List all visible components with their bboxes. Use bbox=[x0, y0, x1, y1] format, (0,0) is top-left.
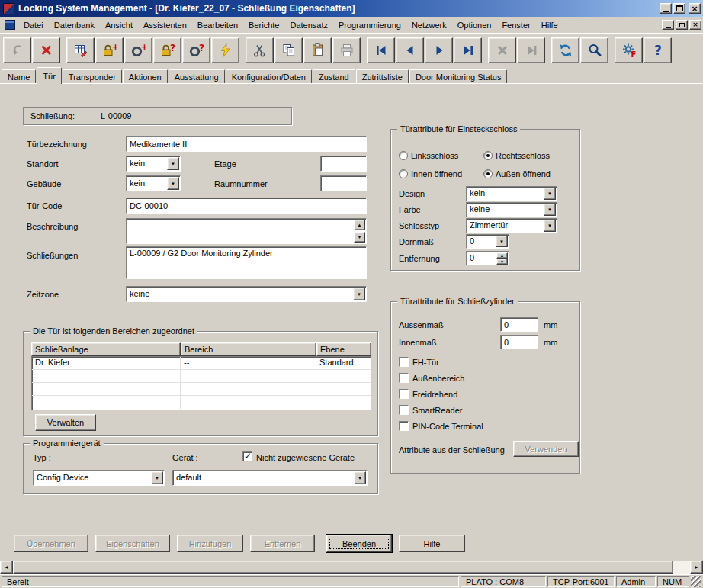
spin-up-icon[interactable]: ▲ bbox=[496, 252, 508, 259]
tab-aktionen[interactable]: Aktionen bbox=[123, 69, 168, 83]
column-header-schliessanlage[interactable]: Schließanlage bbox=[31, 342, 181, 356]
menu-optionen[interactable]: Optionen bbox=[452, 18, 497, 32]
dornmass-select[interactable]: 0 ▼ bbox=[466, 234, 509, 249]
refresh-button[interactable] bbox=[551, 37, 579, 63]
chevron-down-icon[interactable]: ▼ bbox=[167, 157, 179, 170]
help-button[interactable]: ? bbox=[644, 37, 672, 63]
close-button[interactable]: × bbox=[689, 3, 701, 14]
farbe-select[interactable]: keine ▼ bbox=[466, 202, 557, 217]
cut-button[interactable] bbox=[246, 37, 274, 63]
mdi-close-button[interactable]: × bbox=[689, 20, 701, 30]
linksschloss-radio[interactable] bbox=[399, 151, 408, 160]
menu-ansicht[interactable]: Ansicht bbox=[100, 18, 138, 32]
entfernung-spinner[interactable]: 0 ▲ ▼ bbox=[466, 251, 509, 265]
menu-datei[interactable]: Datei bbox=[18, 18, 49, 32]
freidrehend-checkbox[interactable] bbox=[399, 389, 409, 399]
menu-berichte[interactable]: Berichte bbox=[243, 18, 284, 32]
pin-code-terminal-checkbox[interactable] bbox=[399, 421, 409, 431]
standort-select[interactable]: kein ▼ bbox=[126, 156, 181, 172]
verwalten-button[interactable]: Verwalten bbox=[35, 414, 96, 431]
raumnummer-input[interactable] bbox=[320, 175, 367, 191]
gebaeude-select[interactable]: kein ▼ bbox=[126, 175, 181, 191]
hilfe-button[interactable]: Hilfe bbox=[399, 535, 465, 552]
smartreader-checkbox[interactable] bbox=[399, 405, 409, 415]
read-transponder-button[interactable]: ? bbox=[182, 37, 210, 63]
rechtsschloss-label[interactable]: Rechtsschloss bbox=[496, 151, 550, 160]
tab-konfiguration-daten[interactable]: Konfiguration/Daten bbox=[226, 69, 312, 83]
tab-name[interactable]: Name bbox=[2, 69, 36, 83]
design-select[interactable]: kein ▼ bbox=[466, 186, 557, 201]
zeitzone-select[interactable]: keine ▼ bbox=[126, 286, 367, 302]
menu-assistenten[interactable]: Assistenten bbox=[138, 18, 192, 32]
chevron-down-icon[interactable]: ▼ bbox=[496, 236, 508, 247]
table-row[interactable]: Dr. Kiefer -- Standard bbox=[32, 357, 371, 370]
menu-fenster[interactable]: Fenster bbox=[496, 18, 535, 32]
scroll-down-icon[interactable]: ▼ bbox=[354, 232, 365, 243]
resize-grip[interactable] bbox=[691, 576, 701, 587]
pin-code-terminal-label[interactable]: PIN-Code Terminal bbox=[412, 422, 483, 431]
edit-table-button[interactable] bbox=[66, 37, 95, 63]
innen-oeffnend-label[interactable]: Innen öffnend bbox=[411, 169, 462, 178]
menu-datensatz[interactable]: Datensatz bbox=[284, 18, 333, 32]
chevron-down-icon[interactable]: ▼ bbox=[353, 288, 365, 300]
program-button[interactable] bbox=[211, 37, 239, 63]
tab-ausstattung[interactable]: Ausstattung bbox=[169, 69, 225, 83]
chevron-down-icon[interactable]: ▼ bbox=[544, 204, 556, 216]
horizontal-scrollbar[interactable]: ◄ ► bbox=[0, 561, 703, 574]
paste-button[interactable] bbox=[303, 37, 332, 63]
aussenbereich-label[interactable]: Außenbereich bbox=[412, 374, 465, 383]
copy-button[interactable] bbox=[274, 37, 303, 63]
aussen-oeffnend-radio[interactable] bbox=[483, 169, 493, 178]
innenmass-input[interactable] bbox=[500, 335, 538, 349]
menu-programmierung[interactable]: Programmierung bbox=[333, 18, 406, 32]
delete-button[interactable] bbox=[32, 37, 60, 63]
mdi-restore-button[interactable] bbox=[676, 20, 688, 30]
last-record-button[interactable] bbox=[454, 37, 482, 63]
tab-zustand[interactable]: Zustand bbox=[313, 69, 355, 83]
scroll-left-button[interactable]: ◄ bbox=[0, 561, 13, 574]
chevron-down-icon[interactable]: ▼ bbox=[151, 471, 163, 484]
tuerbezeichnung-input[interactable] bbox=[126, 136, 367, 152]
scroll-right-button[interactable]: ► bbox=[690, 561, 703, 574]
new-transponder-button[interactable]: + bbox=[124, 37, 152, 63]
next-record-button[interactable] bbox=[425, 37, 453, 63]
table-row[interactable] bbox=[32, 370, 371, 383]
tab-zutrittsliste[interactable]: Zutrittsliste bbox=[356, 69, 409, 83]
minimize-button[interactable] bbox=[660, 3, 672, 14]
first-record-button[interactable] bbox=[367, 37, 395, 63]
beschreibung-scrollbar[interactable]: ▲ ▼ bbox=[354, 220, 365, 243]
tab-tuer[interactable]: Tür bbox=[37, 67, 62, 84]
table-row[interactable] bbox=[32, 383, 371, 396]
aussen-oeffnend-label[interactable]: Außen öffnend bbox=[496, 169, 551, 178]
mdi-minimize-button[interactable] bbox=[662, 20, 674, 30]
options-button[interactable]: F bbox=[615, 37, 643, 63]
fh-tuer-label[interactable]: FH-Tür bbox=[412, 358, 439, 367]
chevron-down-icon[interactable]: ▼ bbox=[544, 220, 556, 232]
aussenbereich-checkbox[interactable] bbox=[399, 373, 409, 383]
scrollbar-thumb[interactable] bbox=[13, 561, 673, 574]
rechtsschloss-radio[interactable] bbox=[483, 151, 493, 160]
typ-select[interactable]: Config Device ▼ bbox=[33, 470, 165, 486]
table-row[interactable] bbox=[32, 396, 371, 409]
column-header-bereich[interactable]: Bereich bbox=[181, 342, 316, 356]
search-button[interactable] bbox=[580, 37, 608, 63]
chevron-down-icon[interactable]: ▼ bbox=[354, 471, 366, 484]
read-lock-button[interactable]: ? bbox=[153, 37, 181, 63]
spin-down-icon[interactable]: ▼ bbox=[496, 259, 508, 265]
smartreader-label[interactable]: SmartReader bbox=[412, 406, 462, 415]
menu-netzwerk[interactable]: Netzwerk bbox=[406, 18, 452, 32]
innen-oeffnend-radio[interactable] bbox=[399, 169, 408, 178]
beschreibung-textarea[interactable]: ▲ ▼ bbox=[126, 218, 367, 244]
tab-door-monitoring-status[interactable]: Door Monitoring Status bbox=[409, 69, 508, 83]
linksschloss-label[interactable]: Linksschloss bbox=[411, 151, 458, 160]
maximize-button[interactable] bbox=[673, 3, 685, 14]
nicht-zugewiesene-checkbox[interactable] bbox=[242, 451, 252, 461]
schlosstyp-select[interactable]: Zimmertür ▼ bbox=[466, 218, 557, 233]
menu-bearbeiten[interactable]: Bearbeiten bbox=[192, 18, 243, 32]
schliessungen-textarea[interactable]: L-00009 / G2 Door Monitoring Zylinder bbox=[126, 246, 367, 279]
freidrehend-label[interactable]: Freidrehend bbox=[412, 390, 457, 399]
chevron-down-icon[interactable]: ▼ bbox=[544, 188, 556, 200]
menu-datenbank[interactable]: Datenbank bbox=[49, 18, 100, 32]
new-lock-button[interactable]: + bbox=[95, 37, 124, 63]
fh-tuer-checkbox[interactable] bbox=[399, 357, 409, 367]
